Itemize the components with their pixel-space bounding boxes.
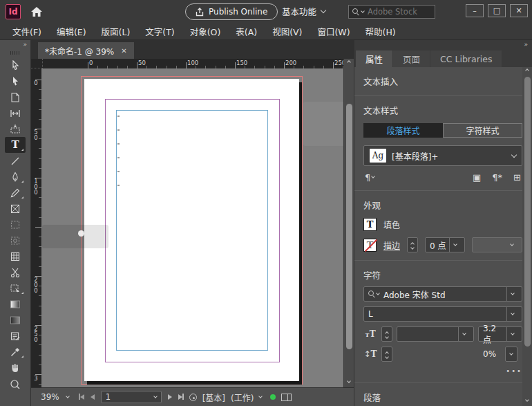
scroll-down-icon[interactable] bbox=[525, 398, 529, 402]
font-search-icon bbox=[368, 290, 375, 297]
preflight-icon[interactable] bbox=[189, 394, 197, 401]
close-button[interactable]: ✕ bbox=[510, 4, 528, 17]
preflight-profile[interactable]: [基本] bbox=[202, 391, 225, 403]
page-tool[interactable] bbox=[5, 89, 26, 105]
search-input[interactable] bbox=[366, 6, 423, 17]
menu-item[interactable]: 文字(T) bbox=[138, 23, 181, 40]
stroke-type-combo[interactable] bbox=[472, 237, 522, 252]
ruler-label: 150 bbox=[236, 59, 247, 66]
selection-tool[interactable] bbox=[5, 57, 26, 73]
page-number-combo[interactable]: 1 bbox=[101, 391, 162, 403]
apply-style-icon[interactable]: ▣ bbox=[473, 172, 481, 183]
font-size-stepper[interactable] bbox=[381, 326, 392, 342]
workspace-switcher[interactable]: 基本功能 bbox=[282, 5, 325, 18]
line-tool[interactable] bbox=[5, 153, 26, 169]
minimize-button[interactable]: – bbox=[466, 4, 484, 17]
gradient-feather-tool[interactable] bbox=[5, 312, 26, 328]
gap-tool[interactable] bbox=[5, 105, 26, 121]
rectangle-frame-tool[interactable] bbox=[5, 201, 26, 216]
last-page-button[interactable] bbox=[178, 392, 184, 402]
preflight-panel-icon[interactable] bbox=[281, 394, 292, 401]
clear-overrides-icon[interactable]: ¶* bbox=[492, 172, 502, 183]
kerning-combo[interactable]: 3.2 点 bbox=[478, 326, 522, 342]
vertical-ruler[interactable]: 0 50 100 200 250 3 bbox=[31, 68, 41, 387]
first-page-button[interactable] bbox=[79, 392, 84, 402]
gradient-swatch-tool[interactable] bbox=[5, 296, 26, 312]
font-size-combo[interactable] bbox=[397, 326, 474, 342]
ruler-origin-box[interactable] bbox=[31, 59, 43, 68]
tracking-combo[interactable]: 0% bbox=[478, 347, 522, 362]
tab-close-icon[interactable]: ✕ bbox=[121, 47, 126, 55]
collapse-panel-icon[interactable]: » bbox=[524, 40, 528, 49]
menu-item[interactable]: 对象(O) bbox=[183, 23, 228, 40]
next-page-button[interactable] bbox=[168, 392, 172, 402]
scroll-up-icon[interactable] bbox=[347, 60, 351, 64]
publish-online-button[interactable]: Publish Online bbox=[185, 3, 278, 20]
menu-item[interactable]: 表(A) bbox=[229, 23, 264, 40]
zoom-level-value[interactable]: 39% bbox=[41, 392, 59, 402]
paragraph-options-button[interactable]: ¶ bbox=[365, 172, 374, 183]
more-options-button[interactable]: ••• bbox=[363, 367, 522, 375]
adobe-stock-search[interactable] bbox=[348, 5, 435, 19]
pencil-tool[interactable] bbox=[5, 185, 26, 201]
menu-item[interactable]: 帮助(H) bbox=[359, 23, 403, 40]
preflight-chevron-icon[interactable] bbox=[259, 394, 263, 398]
free-transform-icon bbox=[10, 283, 21, 294]
fill-label[interactable]: 填色 bbox=[383, 219, 400, 230]
stroke-weight-combo[interactable]: 0 点 bbox=[425, 237, 465, 252]
character-styles-tab[interactable]: 字符样式 bbox=[443, 123, 522, 138]
page-tool-icon bbox=[10, 92, 21, 103]
scissors-tool[interactable] bbox=[5, 264, 26, 280]
pen-tool[interactable] bbox=[5, 169, 26, 185]
canvas-vertical-scrollbar[interactable] bbox=[343, 59, 354, 387]
menu-item[interactable]: 视图(V) bbox=[265, 23, 309, 40]
scroll-down-icon[interactable] bbox=[347, 379, 351, 383]
panel-tab[interactable]: 页面 bbox=[393, 50, 430, 67]
hand-tool[interactable] bbox=[5, 360, 26, 376]
panel-tab[interactable]: 属性 bbox=[356, 50, 392, 67]
scrollbar-thumb[interactable] bbox=[346, 104, 352, 349]
menu-item[interactable]: 版面(L) bbox=[95, 23, 137, 40]
leading-stepper[interactable] bbox=[381, 347, 392, 362]
menu-item[interactable]: 窗口(W) bbox=[310, 23, 357, 40]
paragraph-style-value: [基本段落]+ bbox=[392, 150, 506, 162]
ruler-label: 200 bbox=[32, 276, 39, 293]
hand-tool-icon bbox=[10, 362, 21, 373]
rectangle-tool[interactable] bbox=[5, 216, 26, 232]
menu-item[interactable]: 编辑(E) bbox=[50, 23, 93, 40]
zoom-level-chevron-icon[interactable] bbox=[66, 394, 70, 398]
horizontal-ruler[interactable]: 0 50 100 150 200 250 bbox=[43, 59, 343, 68]
free-transform-tool[interactable] bbox=[5, 280, 26, 296]
menu-bar: 文件(F) 编辑(E) 版面(L) 文字(T) 对象(O) 表(A) 视图(V)… bbox=[0, 24, 532, 40]
panel-tab[interactable]: CC Libraries bbox=[430, 50, 502, 67]
maximize-button[interactable]: □ bbox=[488, 4, 506, 17]
paragraph-styles-tab[interactable]: 段落样式 bbox=[363, 123, 443, 138]
direct-selection-tool[interactable] bbox=[5, 73, 26, 89]
scroll-up-icon[interactable] bbox=[525, 68, 529, 73]
type-tool[interactable]: T bbox=[5, 137, 26, 153]
menu-item[interactable]: 文件(F) bbox=[6, 23, 48, 40]
panel-scrollbar[interactable] bbox=[522, 67, 532, 406]
stroke-weight-stepper[interactable] bbox=[407, 237, 418, 252]
font-style-combo[interactable]: L bbox=[363, 306, 522, 322]
home-icon[interactable] bbox=[30, 6, 43, 17]
scrollbar-thumb[interactable] bbox=[524, 77, 531, 347]
eyedropper-tool[interactable] bbox=[5, 344, 26, 360]
chevron-down-icon bbox=[376, 291, 380, 295]
toolbar-grip[interactable] bbox=[10, 51, 20, 55]
grid-tool[interactable] bbox=[5, 248, 26, 264]
document-tab[interactable]: *未命名-1 @ 39% ✕ bbox=[38, 42, 134, 59]
pencil-tool-icon bbox=[10, 187, 21, 199]
note-tool[interactable] bbox=[5, 328, 26, 344]
stroke-label[interactable]: 描边 bbox=[383, 239, 400, 251]
shape-tool[interactable] bbox=[5, 232, 26, 248]
paragraph-style-combo[interactable]: Ag [基本段落]+ bbox=[363, 145, 522, 166]
previous-page-button[interactable] bbox=[91, 392, 95, 402]
zoom-tool[interactable] bbox=[5, 376, 26, 391]
collapse-panel-icon[interactable]: » bbox=[23, 40, 27, 49]
font-family-combo[interactable]: Adobe 宋体 Std bbox=[363, 286, 522, 302]
stroke-color-swatch[interactable]: T bbox=[363, 239, 377, 252]
fill-color-swatch[interactable]: T bbox=[363, 218, 377, 231]
content-collector-tool[interactable] bbox=[5, 121, 26, 137]
new-style-icon[interactable]: ⊞ bbox=[513, 172, 521, 183]
